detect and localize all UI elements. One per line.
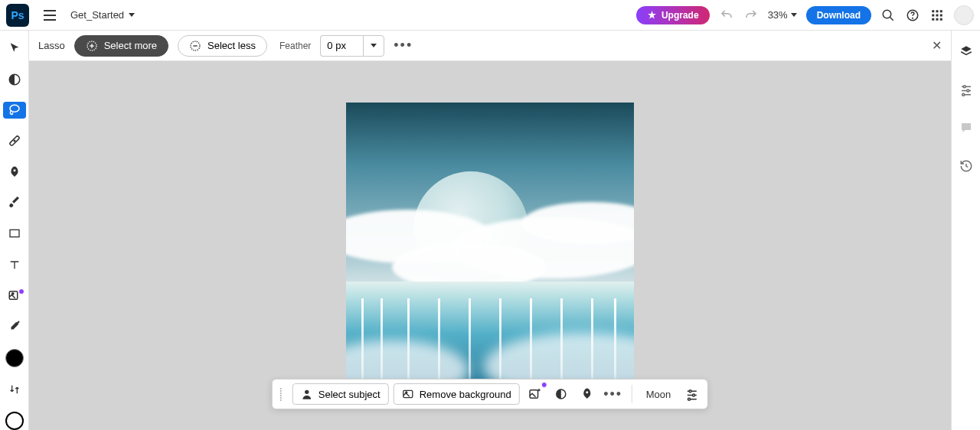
circle-half-icon <box>8 73 21 86</box>
svg-rect-5 <box>936 10 939 12</box>
upgrade-label: Upgrade <box>662 10 699 21</box>
svg-point-41 <box>693 394 695 396</box>
comments-panel-button[interactable] <box>955 116 978 139</box>
shape-tool[interactable] <box>3 225 26 242</box>
lasso-icon <box>8 103 21 117</box>
context-bar: Select subject Remove background ••• Moo… <box>272 379 708 409</box>
eyedropper-icon <box>8 319 21 333</box>
close-options-button[interactable]: ✕ <box>932 38 942 53</box>
remove-background-button[interactable]: Remove background <box>394 383 520 405</box>
lasso-tool[interactable] <box>3 102 26 119</box>
help-button[interactable] <box>905 8 920 23</box>
new-feature-badge <box>541 382 547 388</box>
circle-half-icon <box>554 387 568 401</box>
text-tool[interactable] <box>3 256 26 273</box>
brush-tool[interactable] <box>3 194 26 211</box>
apps-button[interactable] <box>929 8 945 23</box>
undo-button[interactable] <box>719 8 734 23</box>
document-name: Get_Started <box>70 9 124 21</box>
swap-icon <box>8 383 21 396</box>
svg-point-39 <box>689 390 691 393</box>
svg-point-26 <box>962 93 964 96</box>
right-rail <box>951 31 980 430</box>
feather-dropdown-button[interactable] <box>363 35 384 57</box>
image-icon <box>402 388 414 400</box>
layer-properties-button[interactable] <box>681 383 703 405</box>
background-color[interactable] <box>3 412 26 430</box>
bandage-icon <box>8 134 21 148</box>
swap-colors-button[interactable] <box>3 381 26 398</box>
healing-brush-tool[interactable] <box>3 132 26 149</box>
sliders-icon <box>685 387 699 401</box>
select-subject-button[interactable]: Select subject <box>292 383 389 405</box>
svg-point-0 <box>883 10 891 18</box>
zoom-dropdown[interactable]: 33% <box>768 9 797 21</box>
main-menu-button[interactable] <box>41 10 58 21</box>
feather-input-group <box>320 35 384 57</box>
document-title-dropdown[interactable]: Get_Started <box>70 9 135 21</box>
more-actions-button[interactable]: ••• <box>603 383 624 405</box>
chevron-down-icon <box>791 13 797 17</box>
current-tool-label: Lasso <box>38 40 65 51</box>
svg-line-1 <box>890 17 893 21</box>
svg-rect-11 <box>936 18 939 20</box>
select-less-label: Select less <box>207 40 256 51</box>
falls-stream <box>469 298 471 390</box>
svg-rect-8 <box>936 14 939 16</box>
photoshop-logo[interactable]: Ps <box>6 4 29 27</box>
move-tool[interactable] <box>3 40 26 57</box>
undo-icon <box>720 8 733 22</box>
feather-label: Feather <box>279 41 311 51</box>
svg-point-43 <box>688 398 691 400</box>
rocket-icon <box>580 387 594 401</box>
select-more-label: Select more <box>104 40 157 51</box>
app-header: Ps Get_Started Upgrade 33% Download <box>0 0 980 31</box>
active-layer-name: Moon <box>640 389 678 400</box>
svg-rect-18 <box>10 230 19 237</box>
search-button[interactable] <box>880 8 896 23</box>
quick-actions-button[interactable] <box>577 383 598 405</box>
select-more-button[interactable]: Select more <box>74 35 168 57</box>
apps-grid-icon <box>930 8 944 22</box>
zoom-value: 33% <box>768 9 788 21</box>
drag-handle[interactable] <box>280 386 285 402</box>
svg-point-17 <box>13 169 15 171</box>
svg-rect-6 <box>940 10 942 12</box>
canvas-area[interactable] <box>29 61 951 430</box>
chevron-down-icon <box>371 44 377 47</box>
generate-button[interactable] <box>524 383 546 405</box>
adjustments-button[interactable] <box>550 383 572 405</box>
history-panel-button[interactable] <box>955 155 978 178</box>
properties-panel-button[interactable] <box>955 78 978 101</box>
new-feature-badge <box>18 288 24 295</box>
chevron-down-icon <box>129 13 135 17</box>
divider <box>632 385 632 403</box>
svg-point-37 <box>586 391 588 393</box>
upgrade-button[interactable]: Upgrade <box>636 6 710 24</box>
svg-point-14 <box>10 105 19 112</box>
history-icon <box>959 159 973 173</box>
transform-tool[interactable] <box>3 70 26 87</box>
artboard[interactable] <box>346 103 634 390</box>
svg-point-32 <box>305 390 309 394</box>
download-button[interactable]: Download <box>806 6 871 24</box>
feather-value-input[interactable] <box>320 35 363 57</box>
select-less-button[interactable]: Select less <box>178 35 267 57</box>
quick-actions-tool[interactable] <box>3 163 26 180</box>
user-avatar[interactable] <box>954 5 974 25</box>
options-bar: Lasso Select more Select less Feather ••… <box>29 31 951 61</box>
generate-tool[interactable] <box>3 287 26 304</box>
rocket-icon <box>8 165 21 179</box>
layers-icon <box>959 44 973 58</box>
remove-background-label: Remove background <box>420 389 511 400</box>
sliders-icon <box>959 83 973 96</box>
foreground-color[interactable] <box>3 349 26 367</box>
minus-circle-icon <box>189 40 201 52</box>
svg-rect-10 <box>932 18 934 20</box>
redo-button[interactable] <box>743 8 759 23</box>
layers-panel-button[interactable] <box>955 40 978 63</box>
svg-rect-12 <box>940 18 942 20</box>
header-right-group: Upgrade 33% Download <box>636 5 974 25</box>
eyedropper-tool[interactable] <box>3 318 26 334</box>
more-options-button[interactable]: ••• <box>394 37 413 54</box>
